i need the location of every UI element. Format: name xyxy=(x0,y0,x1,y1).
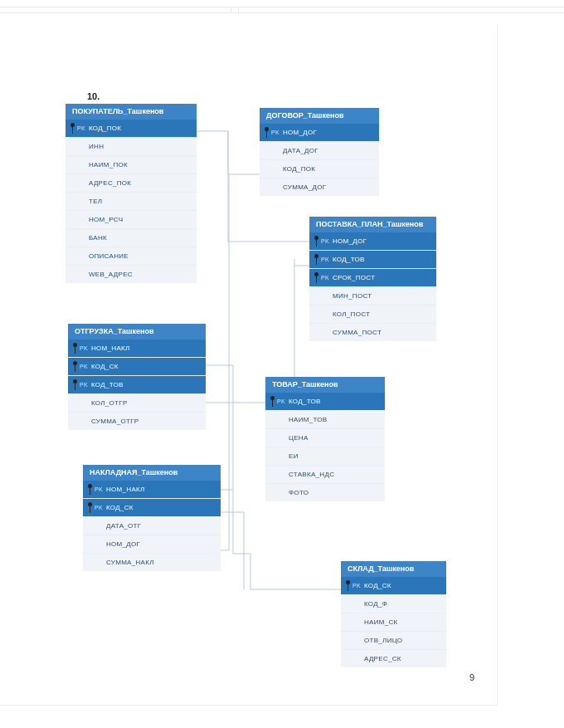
table-row: КОД_ПОК xyxy=(260,160,379,178)
table-title: ТОВАР_Ташкенов xyxy=(265,377,385,393)
column-name: СУММА_ПОСТ xyxy=(333,329,382,336)
column-name: ТЕЛ xyxy=(89,198,102,205)
table-t3: ПОСТАВКА_ПЛАН_ТашкеновPKНОМ_ДОГPKКОД_ТОВ… xyxy=(309,217,436,341)
table-row: PKНОМ_ДОГ xyxy=(309,232,436,251)
column-name: БАНК xyxy=(89,234,107,242)
table-row: СТАВКА_НДС xyxy=(265,466,385,484)
column-name: ДАТА_ОТГ xyxy=(106,522,141,530)
table-row: АДРЕС_СК xyxy=(341,650,446,667)
table-row: СУММА_ПОСТ xyxy=(309,324,436,341)
column-name: НОМ_РСЧ xyxy=(89,216,123,223)
table-row: PKСРОК_ПОСТ xyxy=(309,269,436,287)
column-name: WEB_АДРЕС xyxy=(89,271,133,278)
table-row: PKКОД_ТОВ xyxy=(68,376,206,394)
pk-label: PK xyxy=(321,251,329,268)
column-name: СРОК_ПОСТ xyxy=(333,274,375,281)
table-t4: ОТГРУЗКА_ТашкеновPKНОМ_НАКЛPKКОД_СКPKКОД… xyxy=(68,324,206,430)
key-icon xyxy=(314,254,319,265)
table-row: БАНК xyxy=(66,229,197,247)
table-title: НАКЛАДНАЯ_Ташкенов xyxy=(83,465,221,481)
key-icon xyxy=(345,580,351,591)
column-name: ЦЕНА xyxy=(289,434,309,442)
table-row: СУММА_НАКЛ xyxy=(83,554,221,571)
column-name: АДРЕС_СК xyxy=(364,655,401,662)
table-row: НАИМ_СК xyxy=(341,613,446,632)
column-name: КОЛ_ПОСТ xyxy=(333,310,370,318)
column-name: ДАТА_ДОГ xyxy=(283,147,318,154)
column-name: АДРЕС_ПОК xyxy=(89,179,131,187)
table-title: ДОГОВОР_Ташкенов xyxy=(260,108,379,124)
table-row: ОПИСАНИЕ xyxy=(66,247,197,266)
table-title: СКЛАД_Ташкенов xyxy=(341,561,446,577)
table-row: PKКОД_СК xyxy=(341,577,446,595)
column-name: ОТВ_ЛИЦО xyxy=(364,637,402,644)
column-name: КОД_СК xyxy=(364,582,391,589)
column-name: НОМ_ДОГ xyxy=(106,540,140,548)
table-title: ПОКУПАТЕЛЬ_Ташкенов xyxy=(66,104,197,120)
table-row: ТЕЛ xyxy=(66,193,197,211)
column-name: НОМ_ДОГ xyxy=(333,237,367,245)
table-row: ЦЕНА xyxy=(265,429,385,447)
pk-label: PK xyxy=(77,120,85,137)
table-row: WEB_АДРЕС xyxy=(66,266,197,283)
column-name: СУММА_ОТГР xyxy=(91,418,139,425)
table-row: ЕИ xyxy=(265,447,385,466)
column-name: КОД_Ф xyxy=(364,600,387,608)
table-row: ОТВ_ЛИЦО xyxy=(341,632,446,650)
column-name: КОД_ТОВ xyxy=(289,398,321,405)
table-row: PKНОМ_ДОГ xyxy=(260,124,379,142)
page-number: 9 xyxy=(469,672,474,682)
pk-label: PK xyxy=(80,376,88,393)
pk-label: PK xyxy=(95,499,103,516)
column-name: МИН_ПОСТ xyxy=(333,292,372,300)
table-row: ДАТА_ДОГ xyxy=(260,142,379,160)
table-t7: СКЛАД_ТашкеновPKКОД_СККОД_ФНАИМ_СКОТВ_ЛИ… xyxy=(341,561,446,667)
column-name: СТАВКА_НДС xyxy=(289,471,334,478)
page-root: 10. ПОКУПАТЕЛЬ_ТашкеновPKКОД_ПОКИНННАИМ_… xyxy=(0,0,564,728)
table-row: ИНН xyxy=(66,138,197,156)
key-icon xyxy=(87,502,93,513)
column-name: СУММА_НАКЛ xyxy=(106,559,154,566)
column-name: ОПИСАНИЕ xyxy=(89,252,129,260)
column-name: КОД_СК xyxy=(106,504,134,511)
column-name: ЕИ xyxy=(289,452,299,460)
column-name: КОД_ПОК xyxy=(89,125,121,132)
column-name: КОД_ПОК xyxy=(283,165,315,173)
pk-label: PK xyxy=(95,481,103,498)
column-name: НОМ_ДОГ xyxy=(283,129,317,136)
pk-label: PK xyxy=(277,393,285,410)
key-icon xyxy=(314,272,319,283)
column-name: НОМ_НАКЛ xyxy=(91,344,130,352)
column-name: НАИМ_ПОК xyxy=(89,161,128,169)
table-t2: ДОГОВОР_ТашкеновPKНОМ_ДОГДАТА_ДОГКОД_ПОК… xyxy=(260,108,379,196)
table-row: СУММА_ОТГР xyxy=(68,413,206,430)
table-row: КОЛ_ПОСТ xyxy=(309,305,436,324)
table-row: НАИМ_ПОК xyxy=(66,156,197,174)
table-title: ОТГРУЗКА_Ташкенов xyxy=(68,324,206,340)
key-icon xyxy=(270,396,275,407)
table-row: НОМ_РСЧ xyxy=(66,211,197,229)
pk-label: PK xyxy=(271,124,280,141)
table-row: PKКОД_ПОК xyxy=(66,120,197,138)
table-row: ФОТО xyxy=(265,484,385,501)
table-t6: НАКЛАДНАЯ_ТашкеновPKНОМ_НАКЛPKКОД_СКДАТА… xyxy=(83,465,221,571)
column-name: НАИМ_ТОВ xyxy=(289,416,327,423)
column-name: КОД_ТОВ xyxy=(333,256,365,263)
key-icon xyxy=(72,343,78,354)
table-row: PKКОД_ТОВ xyxy=(309,251,436,269)
pk-label: PK xyxy=(321,269,329,286)
table-row: PKНОМ_НАКЛ xyxy=(83,481,221,499)
column-name: ФОТО xyxy=(289,489,309,496)
table-row: PKКОД_СК xyxy=(68,358,206,376)
table-row: КОЛ_ОТГР xyxy=(68,394,206,413)
document: 10. ПОКУПАТЕЛЬ_ТашкеновPKКОД_ПОКИНННАИМ_… xyxy=(0,25,498,706)
column-name: СУММА_ДОГ xyxy=(283,183,326,191)
table-row: МИН_ПОСТ xyxy=(309,287,436,305)
pk-label: PK xyxy=(352,577,361,594)
table-row: PKНОМ_НАКЛ xyxy=(68,340,206,358)
column-name: ИНН xyxy=(89,143,104,150)
table-row: СУММА_ДОГ xyxy=(260,178,379,196)
table-row: PKКОД_ТОВ xyxy=(265,393,385,411)
table-row: КОД_Ф xyxy=(341,595,446,613)
column-name: КОД_ТОВ xyxy=(91,381,124,388)
